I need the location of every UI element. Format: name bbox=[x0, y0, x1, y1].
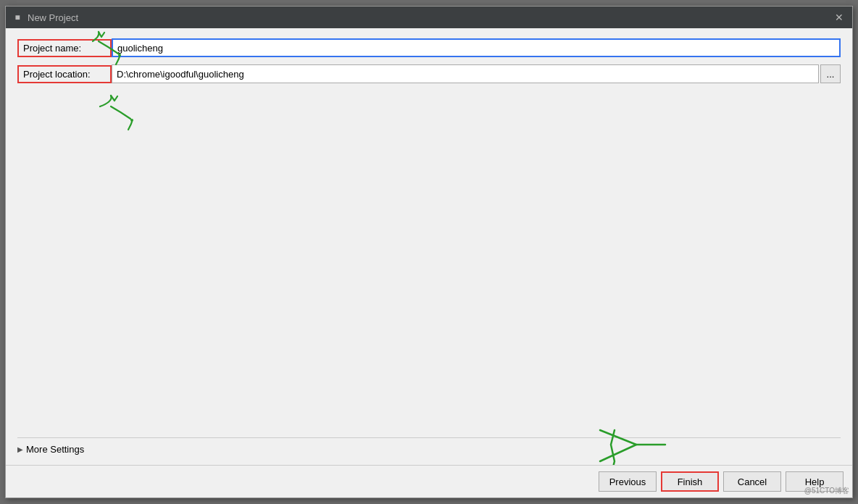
browse-button[interactable]: ... bbox=[820, 64, 841, 83]
dialog-icon: ■ bbox=[12, 12, 23, 23]
dialog-body: Project name: Project location: ... bbox=[6, 28, 852, 465]
help-button[interactable]: Help bbox=[786, 471, 844, 492]
dialog-footer: Previous Finish Cancel Help bbox=[6, 465, 852, 497]
new-project-dialog: ■ New Project ✕ Project name: Project lo… bbox=[5, 6, 853, 498]
project-location-label: Project location: bbox=[17, 65, 112, 83]
bottom-section: ▶ More Settings bbox=[17, 437, 841, 455]
title-bar: ■ New Project ✕ bbox=[6, 7, 852, 28]
close-button[interactable]: ✕ bbox=[832, 10, 846, 25]
previous-button[interactable]: Previous bbox=[599, 471, 657, 492]
project-name-row: Project name: bbox=[17, 38, 841, 57]
project-name-label: Project name: bbox=[17, 39, 112, 57]
content-area bbox=[17, 91, 841, 437]
title-bar-left: ■ New Project bbox=[12, 12, 78, 23]
more-settings-arrow-icon: ▶ bbox=[17, 445, 23, 453]
project-location-row: Project location: ... bbox=[17, 64, 841, 83]
more-settings-toggle[interactable]: ▶ More Settings bbox=[17, 444, 84, 455]
cancel-button[interactable]: Cancel bbox=[723, 471, 781, 492]
finish-button[interactable]: Finish bbox=[661, 471, 719, 492]
more-settings-label: More Settings bbox=[26, 444, 84, 455]
project-location-input[interactable] bbox=[112, 64, 819, 83]
dialog-title: New Project bbox=[28, 12, 78, 23]
project-name-input[interactable] bbox=[112, 38, 841, 57]
